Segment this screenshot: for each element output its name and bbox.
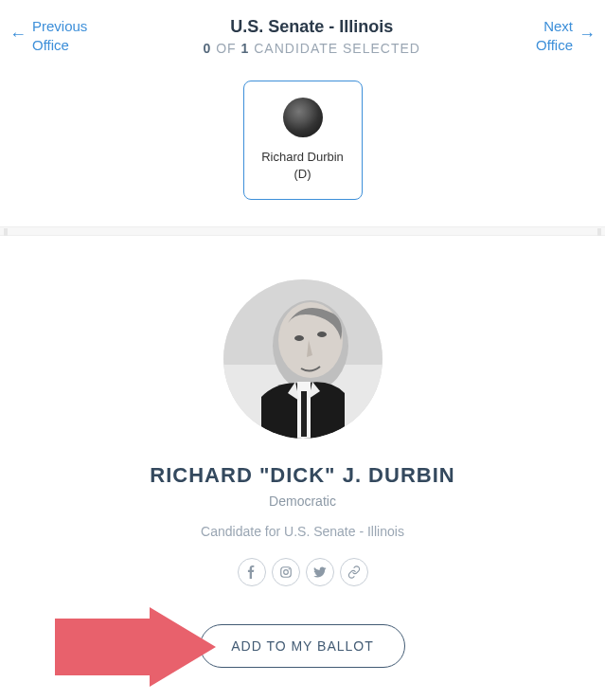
arrow-left-icon: ← bbox=[9, 17, 27, 45]
total-count: 1 bbox=[241, 41, 250, 56]
next-office-label: Next Office bbox=[536, 17, 573, 56]
selected-count: 0 bbox=[204, 41, 212, 56]
previous-office-link[interactable]: ← Previous Office bbox=[9, 17, 87, 56]
svg-point-5 bbox=[294, 335, 304, 341]
twitter-icon[interactable] bbox=[306, 558, 334, 586]
profile-name: RICHARD "DICK" J. DURBIN bbox=[19, 463, 586, 488]
candidate-card-avatar bbox=[283, 98, 323, 137]
svg-rect-8 bbox=[301, 391, 307, 437]
candidate-card-name: Richard Durbin (D) bbox=[254, 149, 352, 182]
office-title: U.S. Senate - Illinois bbox=[87, 17, 536, 37]
avatar-image-icon bbox=[223, 279, 383, 439]
instagram-icon[interactable] bbox=[272, 558, 300, 586]
svg-marker-12 bbox=[55, 607, 216, 687]
selected-label: CANDIDATE SELECTED bbox=[254, 41, 420, 56]
next-office-link[interactable]: Next Office → bbox=[536, 17, 596, 56]
candidate-card-row: Richard Durbin (D) bbox=[0, 71, 605, 226]
selection-status: 0 OF 1 CANDIDATE SELECTED bbox=[87, 41, 536, 56]
annotation-arrow-icon bbox=[55, 607, 216, 687]
social-links-row bbox=[19, 558, 586, 586]
svg-point-6 bbox=[317, 332, 327, 337]
link-icon[interactable] bbox=[340, 558, 368, 586]
profile-party: Democratic bbox=[19, 494, 586, 509]
candidate-card[interactable]: Richard Durbin (D) bbox=[243, 81, 363, 200]
header-center: U.S. Senate - Illinois 0 OF 1 CANDIDATE … bbox=[87, 17, 536, 56]
profile-role: Candidate for U.S. Senate - Illinois bbox=[19, 524, 586, 539]
profile-avatar bbox=[223, 279, 383, 439]
ballot-button-row: ADD TO MY BALLOT bbox=[19, 624, 586, 668]
previous-office-label: Previous Office bbox=[32, 17, 87, 56]
add-to-ballot-button[interactable]: ADD TO MY BALLOT bbox=[200, 624, 405, 668]
facebook-icon[interactable] bbox=[238, 558, 266, 586]
horizontal-scroll-bar[interactable] bbox=[0, 226, 605, 236]
office-header: ← Previous Office U.S. Senate - Illinois… bbox=[0, 0, 605, 71]
svg-point-10 bbox=[283, 570, 288, 575]
svg-point-11 bbox=[288, 568, 289, 569]
arrow-right-icon: → bbox=[578, 17, 596, 45]
of-label: OF bbox=[216, 41, 236, 56]
profile-section: RICHARD "DICK" J. DURBIN Democratic Cand… bbox=[0, 236, 605, 700]
